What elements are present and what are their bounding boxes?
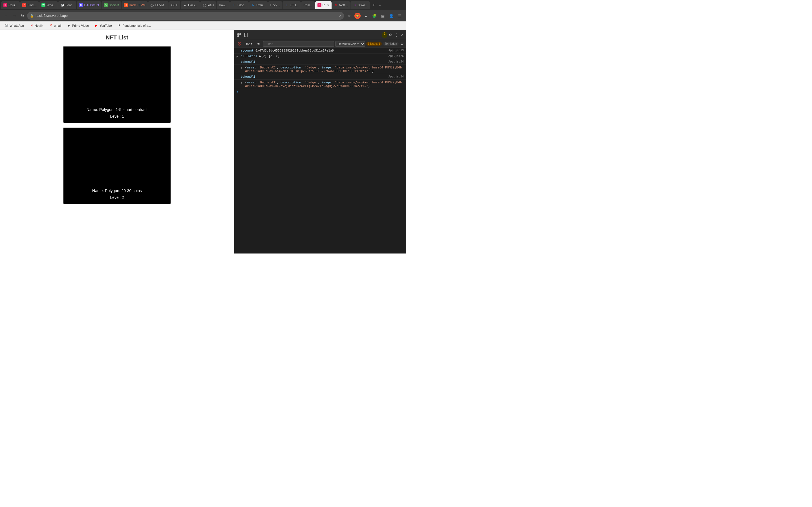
share-icon: ↗ — [339, 14, 341, 18]
tab-13-label: Filec... — [238, 3, 246, 7]
bookmark-netflix[interactable]: N Netflix — [28, 23, 46, 28]
tab-13-favicon: F — [232, 3, 236, 7]
tab-10-favicon: ● — [183, 3, 187, 7]
console-gear-button[interactable]: ⚙ — [400, 41, 404, 47]
tab-14[interactable]: R Retri... — [249, 1, 267, 9]
youtube-favicon: ▶ — [94, 24, 98, 27]
profile-button[interactable]: 👤 — [388, 12, 395, 20]
bookmarks-bar: 💬 WhatsApp N Netflix M gmail ▶ Prime Vid… — [0, 21, 406, 30]
bookmark-button[interactable]: ☆ — [345, 12, 353, 20]
tab-5-label: DAOStruct — [84, 3, 99, 7]
tab-18-close[interactable]: ✕ — [326, 4, 329, 7]
tab-9[interactable]: GLIF — [169, 1, 180, 9]
tab-16[interactable]: E ETH... — [283, 1, 301, 9]
nft-name-2: Name: Polygon: 20-30 coins — [68, 188, 166, 193]
tab-6-favicon: S — [104, 3, 108, 7]
tab-8-favicon: ◯ — [150, 3, 154, 7]
console-line-tokenuri-1-expanded: ▶ {name: 'Badge #2', description: 'Badge… — [234, 65, 406, 74]
tab-1-favicon: K — [3, 3, 7, 7]
console-line-tokenuri-2-expanded: ▶ {name: 'Badge #3', description: 'Badge… — [234, 80, 406, 89]
tab-18[interactable]: R R ✕ — [315, 1, 332, 9]
tab-17[interactable]: Rem... — [301, 1, 315, 9]
console-cursor-icon: › — [237, 90, 239, 94]
lock-icon: 🔒 — [30, 14, 34, 18]
console-line-tokenuri-1-content: tokenURI — [241, 60, 386, 64]
forward-button[interactable]: → — [11, 12, 18, 19]
tab-7[interactable]: H Hack FEVM — [121, 1, 148, 9]
bookmark-gmail[interactable]: M gmail — [47, 23, 63, 28]
console-line-tokenuri-1-obj-expand[interactable]: ▶ — [241, 66, 243, 69]
console-clear-button[interactable]: 🚫 — [236, 41, 243, 46]
tab-3[interactable]: W Wha... — [39, 1, 58, 9]
console-line-tokenuri-1-file[interactable]: App.js:34 — [389, 60, 404, 63]
console-line-alltokens-content: allTokens ▶(2) [e, e] — [241, 54, 386, 58]
brave-icon: 🦁 — [354, 13, 361, 19]
console-cursor-line[interactable]: › — [234, 89, 406, 95]
issue-count-badge[interactable]: 1 Issue: 1 — [366, 42, 382, 46]
tab-10-label: Hack... — [188, 3, 198, 7]
console-line-alltokens-expand[interactable]: ▶ — [237, 55, 238, 58]
tab-19-favicon: N — [334, 3, 338, 7]
tab-13[interactable]: F Filec... — [230, 1, 249, 9]
tab-20-label: 3 Wa... — [358, 3, 367, 7]
tab-4-favicon: ⚽ — [60, 3, 64, 7]
new-tab-button[interactable]: + — [370, 3, 377, 8]
console-filter-input[interactable] — [263, 41, 334, 47]
tab-11[interactable]: ◯ lotus — [200, 1, 216, 9]
tab-6-label: Social3 — [109, 3, 119, 7]
context-dropdown-icon: ▾ — [251, 42, 253, 46]
console-filter-settings[interactable]: top ▾ — [245, 41, 254, 46]
nft-level-2: Level: 2 — [68, 195, 166, 200]
console-eye-button[interactable]: 👁 — [255, 42, 262, 46]
tab-2-favicon: F — [22, 3, 26, 7]
devtools-more-button[interactable]: ⋮ — [394, 32, 399, 38]
console-line-tokenuri-2-file[interactable]: App.js:34 — [389, 75, 404, 78]
console-line-tokenuri-1-obj: {name: 'Badge #2', description: 'Badge',… — [245, 66, 404, 73]
nft-name-1: Name: Polygon: 1-5 smart contract — [68, 107, 166, 112]
devtools-close-button[interactable]: ✕ — [400, 32, 405, 38]
tab-10[interactable]: ● Hack... — [181, 1, 200, 9]
tab-20-favicon: 3 — [353, 3, 357, 7]
menu-button[interactable]: ☰ — [396, 12, 404, 20]
tab-1[interactable]: K Cour... — [1, 1, 20, 9]
bookmark-netflix-label: Netflix — [35, 24, 43, 27]
page-content: NFT List Name: Polygon: 1-5 smart contra… — [0, 30, 234, 253]
brave-rewards-button[interactable]: ▲ — [362, 12, 370, 20]
tab-5[interactable]: D DAOStruct — [77, 1, 101, 9]
svg-rect-1 — [239, 33, 241, 35]
back-button[interactable]: ← — [2, 12, 10, 19]
tab-20[interactable]: 3 3 Wa... — [350, 1, 370, 9]
tab-15[interactable]: Hack... — [268, 1, 282, 9]
bookmark-fundamentals[interactable]: F Fundamentals of a... — [115, 23, 153, 28]
address-bar[interactable]: 🔒 hack-fevm.vercel.app ↗ — [27, 12, 344, 20]
reload-button[interactable]: ↻ — [19, 12, 26, 19]
bookmark-prime-video[interactable]: ▶ Prime Video — [65, 23, 91, 28]
tab-11-label: lotus — [207, 3, 214, 7]
bookmark-youtube[interactable]: ▶ YouTube — [92, 23, 114, 28]
devtools-right-buttons: 1 ⚙ ⋮ ✕ — [382, 32, 405, 38]
brave-shields-button[interactable]: 🦁 — [354, 12, 361, 20]
tab-8[interactable]: ◯ FEVM... — [148, 1, 169, 9]
devtools-levels-select[interactable]: Default levels ▾ — [335, 41, 365, 47]
tab-12[interactable]: How... — [216, 1, 230, 9]
tab-overflow-button[interactable]: ⌄ — [377, 3, 382, 7]
console-line-account-file[interactable]: App.js:19 — [389, 49, 404, 52]
console-line-tokenuri-2-obj-expand[interactable]: ▶ — [241, 81, 243, 84]
tab-4[interactable]: ⚽ Foot... — [58, 1, 77, 9]
tab-19[interactable]: N Netfl... — [332, 1, 350, 9]
bookmark-whatsapp[interactable]: 💬 WhatsApp — [2, 23, 26, 28]
devtools-inspect-button[interactable] — [236, 32, 242, 38]
toolbar: ← → ↻ 🔒 hack-fevm.vercel.app ↗ ☆ 🦁 ▲ 🧩 ▤… — [0, 10, 406, 21]
page-title: NFT List — [4, 34, 230, 41]
tab-16-favicon: E — [285, 3, 289, 7]
tab-16-label: ETH... — [290, 3, 299, 7]
sidebar-toggle[interactable]: ▤ — [379, 12, 387, 20]
tab-4-label: Foot... — [65, 3, 74, 7]
issue-badge[interactable]: 1 — [382, 32, 387, 38]
tab-2[interactable]: F Final... — [20, 1, 39, 9]
tab-6[interactable]: S Social3 — [101, 1, 121, 9]
extensions-button[interactable]: 🧩 — [370, 12, 378, 20]
devtools-device-button[interactable] — [243, 32, 249, 38]
devtools-settings-button[interactable]: ⚙ — [388, 32, 393, 38]
console-line-alltokens-file[interactable]: App.js:26 — [389, 54, 404, 57]
